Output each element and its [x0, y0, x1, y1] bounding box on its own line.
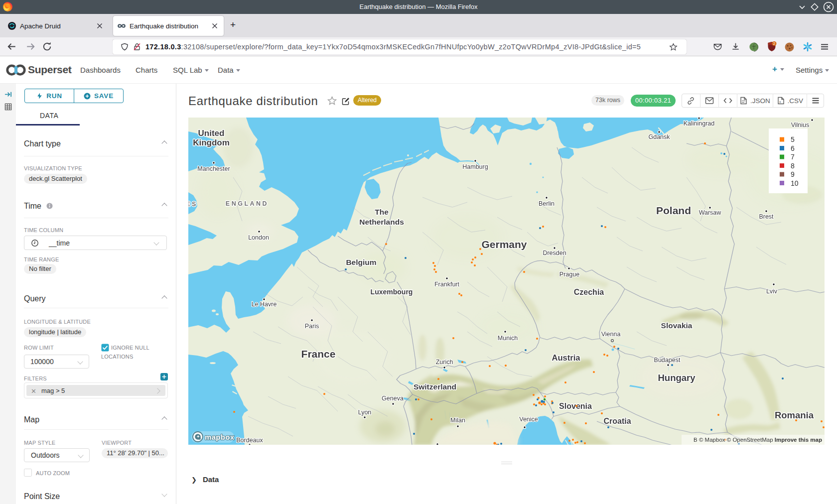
svg-text:Vienna: Vienna — [601, 331, 621, 338]
svg-text:Hungary: Hungary — [658, 373, 696, 383]
svg-text:6: 6 — [791, 144, 795, 152]
svg-text:Kingdom: Kingdom — [193, 138, 230, 147]
svg-text:Croatia: Croatia — [603, 417, 631, 425]
svg-text:mapbox: mapbox — [205, 433, 235, 441]
svg-text:10: 10 — [791, 179, 799, 187]
svg-text:Poland: Poland — [656, 205, 691, 216]
svg-text:x: x — [779, 100, 781, 104]
svg-text:United: United — [198, 128, 225, 138]
svg-text:ES: ES — [188, 201, 198, 208]
svg-text:Netherlands: Netherlands — [359, 218, 404, 226]
svg-text:Lviv: Lviv — [766, 288, 778, 295]
svg-text:Dresden: Dresden — [543, 250, 566, 256]
svg-text:Brest: Brest — [759, 213, 774, 220]
svg-text:Zurich: Zurich — [436, 359, 453, 366]
svg-text:Slovenia: Slovenia — [559, 402, 592, 410]
svg-text:Bordeaux: Bordeaux — [236, 437, 263, 444]
svg-text:7: 7 — [791, 153, 795, 161]
svg-text:Romania: Romania — [775, 410, 814, 420]
svg-text:ENGLAND: ENGLAND — [226, 200, 269, 207]
svg-text:Belgium: Belgium — [346, 258, 376, 266]
svg-text:France: France — [301, 348, 336, 360]
svg-text:Venice: Venice — [519, 416, 538, 423]
svg-text:Prague: Prague — [559, 271, 579, 278]
svg-text:Slovakia: Slovakia — [661, 321, 693, 330]
svg-text:Geneva: Geneva — [382, 395, 404, 402]
svg-text:Frankfurt: Frankfurt — [434, 281, 460, 288]
svg-text:London: London — [248, 234, 269, 241]
svg-text:Czechia: Czechia — [574, 288, 604, 296]
svg-text:2: 2 — [773, 41, 776, 46]
svg-text:Warsaw: Warsaw — [699, 209, 722, 216]
svg-text:Vilnius: Vilnius — [791, 122, 810, 128]
svg-text:Munich: Munich — [498, 335, 518, 342]
svg-text:Gdansk: Gdansk — [648, 133, 670, 140]
svg-text:Budapest: Budapest — [654, 357, 681, 364]
svg-text:Le Havre: Le Havre — [252, 301, 277, 308]
svg-text:Luxembourg: Luxembourg — [371, 288, 413, 296]
svg-text:Austria: Austria — [552, 353, 581, 362]
svg-text:B © Mapbox © OpenStreetMap Imp: B © Mapbox © OpenStreetMap Improve this … — [694, 437, 822, 443]
svg-text:Lyon: Lyon — [358, 409, 372, 416]
svg-text:8: 8 — [791, 162, 795, 170]
svg-text:The: The — [375, 208, 389, 216]
svg-text:Berlin: Berlin — [539, 200, 555, 207]
svg-text:Kaliningrad: Kaliningrad — [684, 120, 715, 127]
svg-text:Hamburg: Hamburg — [462, 163, 488, 170]
svg-text:9: 9 — [791, 170, 795, 178]
svg-text:Germany: Germany — [481, 239, 527, 250]
svg-text:5: 5 — [791, 135, 795, 143]
svg-text:Switzerland: Switzerland — [414, 382, 456, 391]
svg-text:Paris: Paris — [305, 323, 319, 330]
svg-text:Manchester: Manchester — [197, 165, 230, 172]
svg-text:Milan: Milan — [450, 417, 465, 424]
